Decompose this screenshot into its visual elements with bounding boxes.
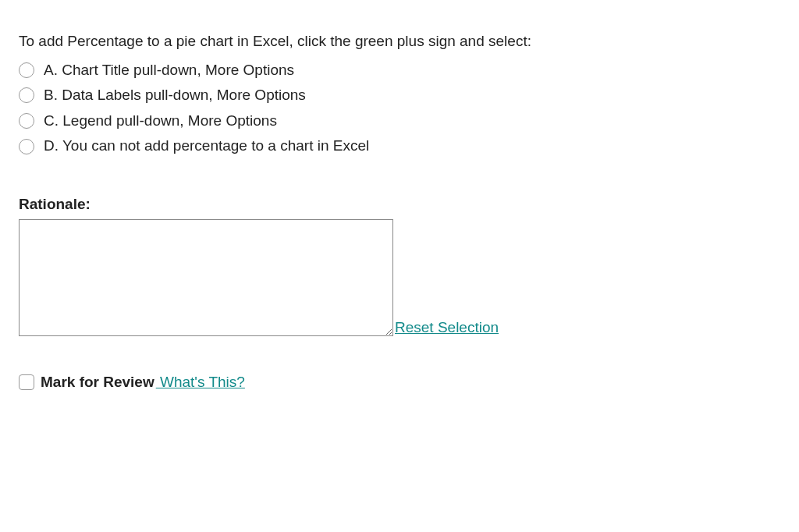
mark-review-checkbox[interactable]	[19, 374, 34, 390]
option-letter: B.	[44, 87, 58, 103]
option-letter: C.	[44, 112, 59, 129]
option-text: Legend pull-down, More Options	[62, 112, 277, 129]
radio-icon[interactable]	[19, 139, 34, 154]
option-text: Chart Title pull-down, More Options	[62, 62, 294, 78]
option-label: C. Legend pull-down, More Options	[44, 111, 277, 132]
whats-this-link[interactable]: What's This?	[156, 374, 245, 390]
option-letter: D.	[44, 137, 59, 154]
option-text: Data Labels pull-down, More Options	[62, 87, 306, 103]
option-label: A. Chart Title pull-down, More Options	[44, 60, 294, 81]
radio-icon[interactable]	[19, 113, 34, 129]
option-letter: A.	[44, 62, 58, 78]
options-group: A. Chart Title pull-down, More Options B…	[19, 60, 780, 157]
mark-review-label: Mark for Review	[41, 374, 154, 390]
question-text: To add Percentage to a pie chart in Exce…	[19, 31, 780, 52]
mark-for-review-row: Mark for Review What's This?	[19, 374, 780, 391]
option-b[interactable]: B. Data Labels pull-down, More Options	[19, 85, 780, 106]
radio-icon[interactable]	[19, 62, 34, 78]
rationale-row: Reset Selection	[19, 219, 780, 336]
option-label: D. You can not add percentage to a chart…	[44, 136, 369, 157]
option-label: B. Data Labels pull-down, More Options	[44, 85, 306, 106]
option-a[interactable]: A. Chart Title pull-down, More Options	[19, 60, 780, 81]
rationale-label: Rationale:	[19, 196, 780, 213]
option-text: You can not add percentage to a chart in…	[62, 137, 369, 154]
radio-icon[interactable]	[19, 87, 34, 103]
rationale-input[interactable]	[19, 219, 393, 336]
option-c[interactable]: C. Legend pull-down, More Options	[19, 111, 780, 132]
option-d[interactable]: D. You can not add percentage to a chart…	[19, 136, 780, 157]
reset-selection-link[interactable]: Reset Selection	[395, 319, 499, 336]
